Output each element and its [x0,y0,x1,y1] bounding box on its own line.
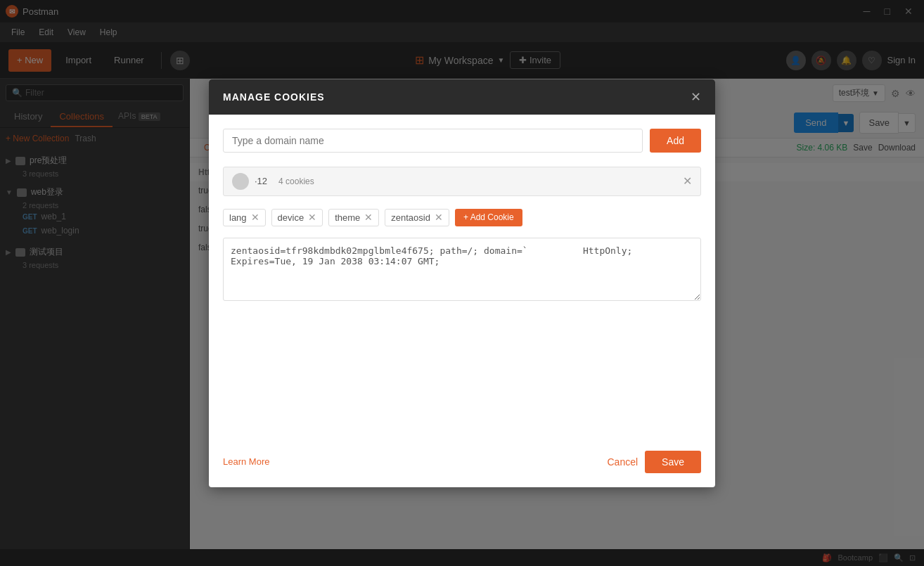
cookie-tags-container: lang ✕ device ✕ theme ✕ zentaosid ✕ + Ad… [223,203,701,235]
cookie-count-label: 4 cookies [278,176,314,186]
domain-name-label: ·12 [255,176,267,186]
cookie-tag-close-lang[interactable]: ✕ [251,212,259,222]
modal-body: Add ·12 4 cookies ✕ lang ✕ device [209,115,715,442]
domain-close-button[interactable]: ✕ [683,174,692,188]
modal-title: MANAGE COOKIES [223,91,325,103]
domain-row: ·12 4 cookies ✕ [223,167,701,196]
cookie-tag-label-zentaosid: zentaosid [391,212,430,223]
manage-cookies-modal: MANAGE COOKIES ✕ Add ·12 4 cookies ✕ [209,79,715,487]
cookie-tag-label-device: device [278,212,304,223]
cookie-tag-theme: theme ✕ [328,209,379,226]
cookie-tag-lang: lang ✕ [223,209,266,226]
domain-input-row: Add [223,129,701,153]
save-cookies-button[interactable]: Save [645,451,701,473]
add-cookie-button[interactable]: + Add Cookie [455,209,522,226]
modal-overlay: MANAGE COOKIES ✕ Add ·12 4 cookies ✕ [0,0,924,566]
cancel-button[interactable]: Cancel [607,451,638,473]
cookie-tag-close-zentaosid[interactable]: ✕ [435,212,443,222]
cookie-tag-close-theme[interactable]: ✕ [364,212,373,222]
cookie-tag-label-theme: theme [335,212,360,223]
domain-info: ·12 4 cookies [232,173,314,190]
modal-footer: Learn More Cancel Save [209,442,715,487]
modal-close-button[interactable]: ✕ [691,89,701,105]
cookie-tag-close-device[interactable]: ✕ [308,212,316,222]
cookie-tag-zentaosid: zentaosid ✕ [385,209,449,226]
domain-avatar [232,173,249,190]
modal-actions: Cancel Save [607,451,701,473]
add-domain-button[interactable]: Add [650,129,701,153]
domain-name-input[interactable] [223,129,643,153]
modal-header: MANAGE COOKIES ✕ [209,79,715,115]
cookie-editor[interactable]: zentaosid=tfr98kdmbdk02mpglbmle4f675; pa… [223,238,701,301]
learn-more-button[interactable]: Learn More [223,456,269,467]
cookie-tag-label-lang: lang [229,212,247,223]
cookie-tag-device: device ✕ [271,209,323,226]
